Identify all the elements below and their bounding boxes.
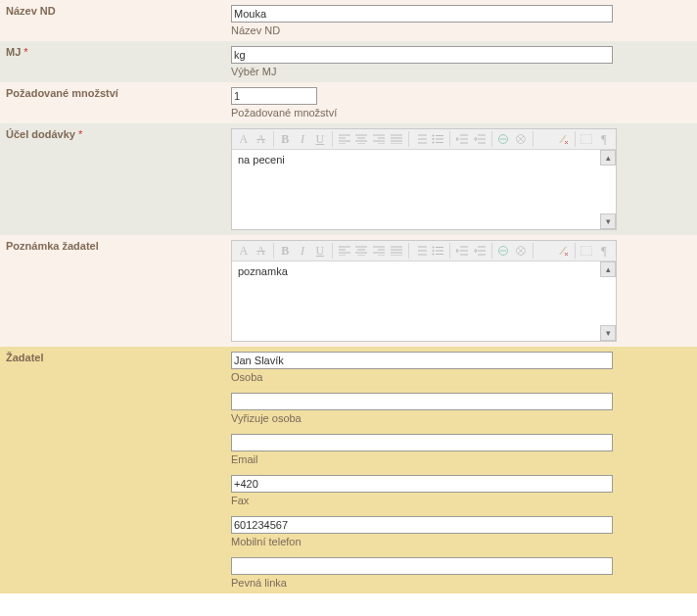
help-nazev-nd: Název ND (231, 24, 691, 36)
font-color-icon[interactable] (537, 242, 553, 260)
input-nazev-nd[interactable] (231, 5, 613, 23)
help-mj: Výběr MJ (231, 66, 691, 77)
rte-textarea-poznamka[interactable]: poznamka ▴ ▾ (231, 261, 617, 342)
rte-toolbar-poznamka: A A B I U (231, 240, 617, 261)
outdent-icon[interactable] (454, 130, 470, 148)
pilcrow-icon[interactable]: ¶ (596, 242, 612, 260)
svg-point-1 (433, 138, 435, 140)
row-zadatel: Žadatel Osoba Vyřizuje osoba Email Fax M… (0, 347, 697, 593)
toolbar-sep (491, 131, 492, 147)
help-email: Email (231, 453, 691, 465)
clear-format-icon[interactable] (555, 242, 571, 260)
list-bullet-icon[interactable] (430, 242, 445, 260)
list-ordered-icon[interactable] (413, 130, 429, 148)
input-email[interactable] (231, 434, 613, 451)
toolbar-sep (332, 131, 333, 147)
outdent-icon[interactable] (454, 242, 470, 260)
rte-text-ucel: na peceni (232, 150, 616, 169)
scroll-up-icon[interactable]: ▴ (600, 261, 616, 277)
rte-ucel: A A B I U (231, 128, 617, 230)
toolbar-sep (575, 131, 576, 147)
align-justify-icon[interactable] (389, 130, 404, 148)
toolbar-sep (449, 131, 450, 147)
toolbar-sep (408, 131, 409, 147)
font-size-up-icon[interactable]: A (236, 130, 252, 148)
link-icon[interactable] (496, 242, 512, 260)
scroll-down-icon[interactable]: ▾ (600, 325, 616, 341)
required-mj: * (23, 46, 27, 58)
pilcrow-icon[interactable]: ¶ (596, 130, 612, 148)
label-poznamka: Poznámka žadatel (6, 240, 99, 252)
svg-point-6 (433, 247, 435, 249)
label-nazev-nd: Název ND (6, 5, 56, 17)
rte-text-poznamka: poznamka (232, 261, 616, 281)
bold-icon[interactable]: B (277, 130, 293, 148)
underline-icon[interactable]: U (312, 130, 328, 148)
row-mj: MJ * Výběr MJ (0, 41, 697, 82)
show-blocks-icon[interactable] (579, 130, 594, 148)
toolbar-sep (533, 131, 534, 147)
input-pevna[interactable] (231, 557, 613, 575)
toolbar-sep (408, 243, 409, 259)
indent-icon[interactable] (472, 242, 488, 260)
toolbar-sep (273, 243, 274, 259)
toolbar-sep (273, 131, 274, 147)
list-ordered-icon[interactable] (413, 242, 429, 260)
input-vyrizuje[interactable] (231, 393, 613, 410)
input-osoba[interactable] (231, 352, 613, 369)
label-zadatel: Žadatel (6, 352, 44, 363)
align-left-icon[interactable] (337, 242, 352, 260)
italic-icon[interactable]: I (295, 242, 310, 260)
bold-icon[interactable]: B (277, 242, 293, 260)
scroll-up-icon[interactable]: ▴ (600, 150, 616, 166)
indent-icon[interactable] (472, 130, 488, 148)
italic-icon[interactable]: I (295, 130, 310, 148)
svg-rect-11 (581, 246, 592, 256)
help-fax: Fax (231, 495, 691, 506)
list-bullet-icon[interactable] (430, 130, 445, 148)
align-right-icon[interactable] (371, 242, 387, 260)
input-mobil[interactable] (231, 516, 613, 534)
font-size-down-icon[interactable]: A (254, 130, 269, 148)
align-left-icon[interactable] (337, 130, 352, 148)
rte-toolbar-ucel: A A B I U (231, 128, 617, 150)
font-size-up-icon[interactable]: A (236, 242, 252, 260)
unlink-icon[interactable] (513, 130, 529, 148)
label-mnozstvi: Požadované množství (6, 87, 118, 99)
input-mj[interactable] (231, 46, 613, 64)
toolbar-sep (449, 243, 450, 259)
rte-textarea-ucel[interactable]: na peceni ▴ ▾ (231, 150, 617, 230)
svg-point-0 (433, 135, 435, 137)
font-color-icon[interactable] (537, 130, 553, 148)
align-justify-icon[interactable] (389, 242, 404, 260)
input-mnozstvi[interactable] (231, 87, 317, 105)
label-ucel: Účel dodávky (6, 128, 75, 140)
help-pevna: Pevná linka (231, 577, 691, 589)
help-mnozstvi: Požadované množství (231, 107, 691, 118)
svg-rect-5 (581, 134, 592, 144)
show-blocks-icon[interactable] (579, 242, 594, 260)
input-fax[interactable] (231, 475, 613, 493)
help-osoba: Osoba (231, 371, 691, 383)
toolbar-sep (491, 243, 492, 259)
clear-format-icon[interactable] (555, 130, 571, 148)
toolbar-sep (533, 243, 534, 259)
align-right-icon[interactable] (371, 130, 387, 148)
row-nazev-nd: Název ND Název ND (0, 0, 697, 41)
row-mnozstvi: Požadované množství Požadované množství (0, 82, 697, 123)
font-size-down-icon[interactable]: A (254, 242, 269, 260)
link-icon[interactable] (496, 130, 512, 148)
row-ucel: Účel dodávky * A A B I U (0, 123, 697, 235)
help-mobil: Mobilní telefon (231, 536, 691, 547)
label-mj: MJ (6, 46, 21, 58)
svg-point-8 (433, 254, 435, 256)
underline-icon[interactable]: U (312, 242, 328, 260)
svg-point-2 (433, 142, 435, 144)
rte-poznamka: A A B I U (231, 240, 617, 342)
unlink-icon[interactable] (513, 242, 529, 260)
align-center-icon[interactable] (353, 130, 369, 148)
toolbar-sep (575, 243, 576, 259)
scroll-down-icon[interactable]: ▾ (600, 213, 616, 229)
align-center-icon[interactable] (353, 242, 369, 260)
row-poznamka: Poznámka žadatel A A B I U (0, 235, 697, 347)
